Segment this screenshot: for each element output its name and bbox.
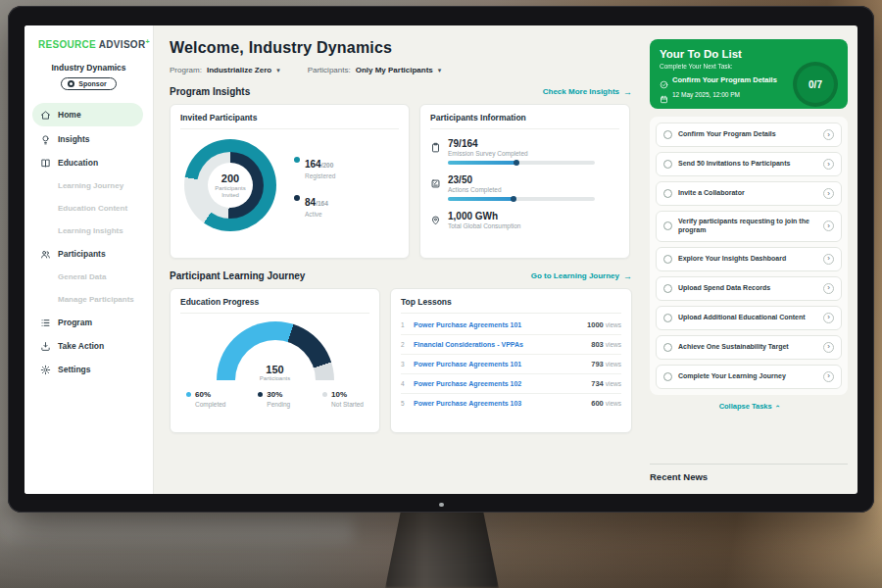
task-checkbox[interactable]: [663, 130, 672, 139]
sidebar-item-program[interactable]: Program: [24, 311, 153, 334]
sidebar-item-education-content[interactable]: Education Content: [24, 197, 153, 220]
task-checkbox[interactable]: [663, 221, 672, 230]
stat-value: 23/50: [448, 174, 595, 185]
check-more-insights-link[interactable]: Check More Insights →: [543, 87, 632, 97]
chevron-right-icon[interactable]: ›: [823, 313, 834, 323]
check-circle-icon: [660, 75, 668, 84]
task-checkbox[interactable]: [663, 343, 672, 352]
section-title-program-insights: Program Insights: [170, 86, 250, 97]
sidebar-item-learning-journey[interactable]: Learning Journey: [24, 174, 153, 197]
list-icon: [40, 318, 51, 328]
task-item[interactable]: Confirm Your Program Details ›: [656, 122, 842, 147]
legend-dot: [294, 157, 300, 163]
task-checkbox[interactable]: [663, 314, 672, 322]
stat-global-consumption: 1,000 GWh Total Global Consumption: [430, 211, 619, 229]
collapse-tasks-link[interactable]: Collapse Tasks ›: [650, 402, 848, 411]
task-item[interactable]: Upload Spend Data Records ›: [656, 276, 842, 301]
chevron-right-icon[interactable]: ›: [823, 283, 834, 294]
task-checkbox[interactable]: [663, 284, 672, 293]
chevron-right-icon[interactable]: ›: [823, 371, 834, 382]
go-to-learning-journey-link[interactable]: Go to Learning Journey →: [531, 271, 632, 281]
invited-donut-inner-ring: 200 Participants Invited: [197, 152, 264, 219]
participants-information-card: Participants Information 79/164 Emission…: [419, 104, 630, 259]
lesson-link[interactable]: Power Purchase Agreements 101: [414, 361, 591, 368]
stat-value: 1,000 GWh: [448, 211, 520, 221]
lesson-link[interactable]: Power Purchase Agreements 103: [414, 400, 591, 407]
donut-legend: 164/200 Registered 84/164 Active: [294, 154, 335, 218]
recent-news-section: Recent News: [650, 464, 848, 486]
sidebar-item-home[interactable]: Home: [32, 103, 143, 126]
task-checkbox[interactable]: [663, 372, 672, 381]
task-item[interactable]: Verify participants requesting to join t…: [656, 211, 842, 242]
home-icon: [40, 110, 51, 121]
sidebar-item-education[interactable]: Education: [24, 151, 153, 174]
sidebar-item-label: Home: [58, 110, 81, 120]
sidebar-item-manage-participants[interactable]: Manage Participants: [24, 288, 153, 311]
lesson-link[interactable]: Power Purchase Agreements 101: [414, 321, 587, 328]
location-pin-icon: [430, 212, 441, 222]
program-select[interactable]: Program: Industrialize Zero ▾: [170, 66, 280, 74]
legend-item-registered: 164/200 Registered: [294, 154, 335, 179]
task-item[interactable]: Upload Additional Educational Content ›: [656, 306, 842, 330]
legend-item-completed: 60% Completed: [186, 390, 225, 408]
program-insights-header: Program Insights Check More Insights →: [170, 86, 632, 97]
legend-dot: [258, 392, 263, 397]
legend-dot: [294, 195, 300, 201]
task-item[interactable]: Explore Your Insights Dashboard ›: [656, 247, 842, 271]
card-title: Participants Information: [430, 113, 619, 129]
sidebar-item-general-data[interactable]: General Data: [24, 266, 153, 288]
task-checkbox[interactable]: [663, 160, 672, 169]
task-checkbox[interactable]: [663, 189, 672, 198]
chevron-right-icon[interactable]: ›: [823, 220, 834, 231]
logo-text-advisor: ADVISOR: [99, 39, 146, 50]
donut-center-label: Participants Invited: [213, 185, 248, 199]
participants-select[interactable]: Participants: Only My Participants ▾: [308, 66, 442, 74]
sidebar-item-learning-insights[interactable]: Learning Insights: [24, 220, 153, 242]
chevron-right-icon[interactable]: ›: [823, 254, 834, 265]
legend-item-not-started: 10% Not Started: [322, 390, 364, 408]
sidebar-item-take-action[interactable]: Take Action: [24, 334, 153, 358]
book-icon: [40, 158, 51, 169]
lesson-link[interactable]: Financial Considerations - VPPAs: [414, 341, 591, 348]
learning-journey-header: Participant Learning Journey Go to Learn…: [170, 270, 632, 281]
sidebar-item-insights[interactable]: Insights: [24, 127, 153, 151]
gauge-center-label: Participants: [217, 375, 334, 380]
todo-next-task[interactable]: Confirm Your Program Details: [660, 75, 799, 84]
calendar-icon: [660, 90, 668, 99]
lesson-link[interactable]: Power Purchase Agreements 102: [414, 380, 591, 387]
task-item[interactable]: Achieve One Sustainability Target ›: [656, 335, 842, 360]
monitor-bezel: RESOURCE ADVISOR+ Industry Dynamics Spon…: [8, 6, 874, 513]
arrow-right-icon: →: [623, 87, 632, 97]
program-select-label: Program:: [170, 66, 202, 74]
task-item[interactable]: Send 50 Invitations to Participants ›: [656, 152, 842, 176]
sponsor-badge[interactable]: Sponsor: [61, 77, 116, 90]
card-title: Top Lessons: [401, 297, 621, 314]
chevron-down-icon: ▾: [438, 67, 442, 74]
chevron-right-icon[interactable]: ›: [823, 129, 834, 140]
chevron-right-icon[interactable]: ›: [823, 188, 834, 199]
invited-donut-chart: 200 Participants Invited: [184, 139, 276, 231]
clipboard-icon: [430, 139, 441, 150]
sidebar-item-participants[interactable]: Participants: [24, 242, 153, 266]
learning-journey-cards: Education Progress 150 Participants 60% …: [170, 288, 632, 433]
progress-bar: [448, 197, 595, 201]
task-checkbox[interactable]: [663, 255, 672, 264]
monitor-stand: [385, 510, 499, 588]
task-item[interactable]: Invite a Collaborator ›: [656, 181, 842, 206]
sidebar-item-label: Insights: [58, 134, 90, 144]
task-item[interactable]: Complete Your Learning Journey ›: [656, 365, 842, 389]
stat-label: Total Global Consumption: [448, 222, 520, 229]
legend-dot: [186, 392, 191, 397]
stat-label: Emission Survey Completed: [448, 150, 595, 157]
chevron-right-icon[interactable]: ›: [823, 342, 834, 353]
stat-label: Actions Completed: [448, 186, 595, 193]
people-icon: [40, 249, 51, 260]
legend-item-pending: 30% Pending: [258, 390, 290, 408]
lesson-row: 2 Financial Considerations - VPPAs 803vi…: [401, 335, 621, 355]
participants-select-value: Only My Participants: [356, 66, 433, 74]
sidebar-item-label: Education: [58, 158, 98, 168]
sidebar-item-settings[interactable]: Settings: [24, 358, 153, 381]
chevron-right-icon[interactable]: ›: [823, 159, 834, 170]
power-led: [439, 503, 444, 507]
donut-center: 200 Participants Invited: [208, 163, 253, 208]
